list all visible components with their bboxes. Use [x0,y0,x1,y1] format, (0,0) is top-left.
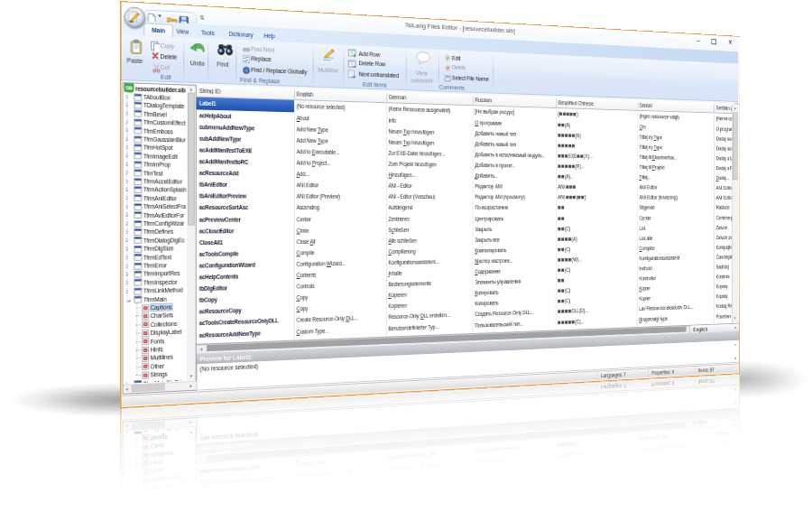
svg-text:SIB: SIB [125,85,132,90]
